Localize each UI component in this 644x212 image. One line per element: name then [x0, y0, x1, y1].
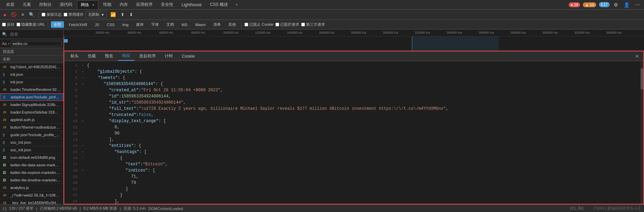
file-item[interactable]: JSbutton?theme=outline&size=large&shape=…: [0, 123, 63, 131]
reverse-checkbox[interactable]: 反转: [2, 22, 14, 27]
right-scrollbar[interactable]: [641, 61, 643, 204]
tab-initiator[interactable]: 发起程序: [135, 52, 160, 60]
file-item[interactable]: {}guide.json?include_profile_interstitia…: [0, 131, 63, 139]
file-item[interactable]: 🖼twitter-lite-explore-marketing.fd45b029…: [0, 169, 63, 176]
tab-lighthouse[interactable]: Lighthouse: [178, 1, 205, 9]
file-list[interactable]: JSlog?client_id=49625052041-kgt0hghf445l…: [0, 63, 63, 204]
blocked-cookie-checkbox[interactable]: 已阻止 Cookie: [244, 22, 273, 27]
json-line-1: 1 - {: [64, 62, 643, 69]
status-requests: 139 / 237 请求: [9, 206, 33, 211]
blocked-request-input[interactable]: [275, 23, 279, 26]
blocked-cookie-input[interactable]: [244, 23, 248, 26]
filter-manifest[interactable]: 清单: [210, 21, 223, 28]
filter-toggle-button[interactable]: ≡: [20, 11, 25, 18]
file-item[interactable]: {}adaptive.json?include_profile_intersti…: [0, 93, 63, 101]
file-item[interactable]: JSanalytics.js: [0, 184, 63, 191]
file-name: twitter-lite-data-saver-marketing.680598…: [10, 163, 61, 167]
tab-timing[interactable]: 计时: [161, 52, 177, 60]
filter-other[interactable]: 其他: [226, 21, 239, 28]
disable-cache-input[interactable]: [64, 13, 67, 16]
tab-response[interactable]: 响应: [118, 51, 134, 61]
third-party-input[interactable]: [301, 23, 305, 26]
panel-close-icon[interactable]: ✕: [633, 53, 641, 60]
tab-application[interactable]: 应用程序: [133, 0, 156, 9]
blocked-request-checkbox[interactable]: 已阻拦请求: [275, 22, 299, 27]
file-item[interactable]: 🖼icon-default.ee534d89.png: [0, 154, 63, 161]
file-item[interactable]: JSloader.ExploreSidebar.318b4df9.js: [0, 108, 63, 116]
disable-cache-checkbox[interactable]: 禁用缓存: [64, 12, 84, 17]
clear-button[interactable]: 🚫: [10, 11, 18, 18]
third-party-checkbox[interactable]: 第三方请求: [301, 22, 325, 27]
wifi-icon[interactable]: 📶: [109, 11, 117, 18]
file-name: init.json: [10, 80, 61, 84]
tab-payload[interactable]: 负载: [84, 52, 100, 60]
file-item[interactable]: JSloader.SignupModule.318b1b49.js: [0, 101, 63, 108]
reverse-input[interactable]: [2, 23, 6, 26]
left-sidebar-panel: 🔍 ✕ Aa • ↺ → 筛选器 名称 JSlog?client_id=4962…: [0, 30, 64, 204]
hide-data-url-input[interactable]: [17, 23, 20, 26]
timeline-tick: 40000 ms: [128, 31, 141, 34]
filter-ws[interactable]: WS: [179, 22, 190, 27]
tab-performance[interactable]: 性能: [100, 0, 115, 9]
tab-welcome[interactable]: 欢迎: [3, 0, 18, 9]
filter-wasm[interactable]: Wasm: [192, 22, 208, 27]
tab-css-overview[interactable]: CSS 概述: [207, 0, 231, 9]
settings-icon[interactable]: ⚙: [612, 1, 620, 8]
file-item[interactable]: JSlog?client_id=49625052041-kgt0hghf445l…: [0, 63, 63, 71]
tab-add-button[interactable]: +: [233, 1, 241, 9]
file-icon: {}: [3, 141, 8, 144]
json-line-16: 16 - {: [64, 155, 643, 161]
throttle-dropdown[interactable]: 无限制 ▼: [86, 11, 107, 18]
record-button[interactable]: ●: [2, 11, 8, 18]
tab-sources[interactable]: 源代码: [56, 0, 76, 9]
file-item[interactable]: {}sso_init.json: [0, 139, 63, 146]
right-panel-tabs: 标头 负载 预览 响应 发起程序 计时 Cookie ✕: [64, 51, 643, 61]
url-input[interactable]: [11, 41, 62, 46]
filter-img[interactable]: Img: [119, 22, 131, 27]
search-button[interactable]: 🔍: [28, 11, 36, 18]
user-icon[interactable]: 👤: [622, 1, 631, 8]
file-item[interactable]: {}init.json: [0, 71, 63, 78]
tab-elements[interactable]: 元素: [19, 0, 34, 9]
import-button[interactable]: ⬆: [119, 11, 126, 18]
tab-preview[interactable]: 预览: [101, 52, 117, 60]
tab-cookies[interactable]: Cookie: [178, 52, 199, 60]
filter-media[interactable]: 媒体: [133, 21, 146, 28]
export-button[interactable]: ⬇: [128, 11, 134, 18]
tab-security[interactable]: 安全性: [157, 0, 177, 9]
preserve-log-input[interactable]: [42, 13, 45, 16]
tab-console[interactable]: 控制台: [36, 0, 55, 9]
filter-fetch-xhr[interactable]: Fetch/XHR: [66, 22, 90, 27]
file-item[interactable]: JSloader.TimelineRenderer.92def109.js: [0, 86, 63, 93]
file-icon: JS: [3, 186, 8, 189]
tab-memory[interactable]: 内存: [116, 0, 131, 9]
file-item[interactable]: 🖼twitter-lite-data-saver-marketing.68059…: [0, 161, 63, 169]
filter-label: 筛选器: [0, 48, 63, 56]
file-item[interactable]: 🖼twitter-lite-timeline-marketing.befcdb4…: [0, 176, 63, 184]
more-icon[interactable]: ⋯: [634, 1, 641, 8]
right-scrollbar-thumb[interactable]: [641, 68, 643, 90]
filter-all[interactable]: 全部: [51, 21, 64, 28]
filter-css[interactable]: CSS: [104, 22, 118, 27]
tab-network[interactable]: 网络 ✕: [77, 0, 98, 9]
file-item[interactable]: JS_key_live_ke1A56W45vSHVJIPOwn8figpoEeR…: [0, 199, 63, 204]
json-content-area[interactable]: 1 - { 2 - "globalObjects": { 3 -: [64, 61, 643, 204]
file-item[interactable]: {}sso_init.json: [0, 146, 63, 154]
file-item[interactable]: JS_r?sdk=web2.56.2&_t=108908193005724941…: [0, 191, 63, 199]
timeline-ruler: 20000 ms40000 ms60000 ms80000 ms100000 m…: [64, 30, 644, 36]
preserve-log-checkbox[interactable]: 保留日志: [42, 12, 62, 17]
search-input[interactable]: [9, 32, 63, 37]
file-icon: {}: [3, 148, 8, 152]
json-line-19: 19 71,: [64, 174, 643, 180]
file-icon: JS: [3, 201, 8, 204]
tab-network-close[interactable]: ✕: [92, 3, 95, 7]
filter-font[interactable]: 字体: [149, 21, 162, 28]
file-name: _r?sdk=web2.56.2&_t=1089081930057249410&…: [10, 193, 61, 197]
hide-data-url-checkbox[interactable]: 隐藏数据 URL: [17, 22, 45, 27]
file-item[interactable]: {}init.json: [0, 78, 63, 86]
filter-js[interactable]: JS: [92, 22, 102, 27]
filter-doc[interactable]: 文档: [164, 21, 177, 28]
file-name: adaptive.json?include_profile_interstiti…: [11, 95, 60, 99]
file-item[interactable]: JSappleid.auth.js: [0, 116, 63, 123]
tab-headers[interactable]: 标头: [66, 52, 83, 60]
